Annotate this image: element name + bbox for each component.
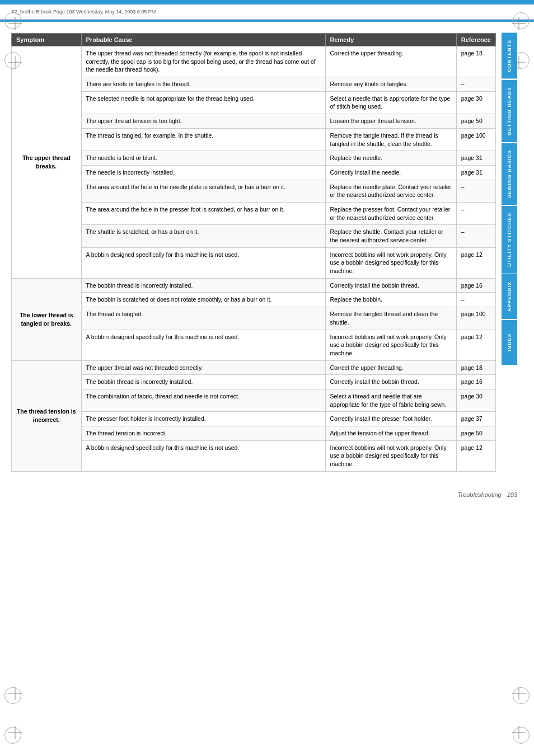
cause-cell: The thread is tangled. <box>81 307 325 330</box>
table-row: The area around the hole in the needle p… <box>12 180 496 202</box>
table-row: The thread tension is incorrect.Adjust t… <box>12 426 496 441</box>
cause-cell: The area around the hole in the needle p… <box>81 180 325 202</box>
cause-cell: A bobbin designed specifically for this … <box>81 440 325 471</box>
top-blue-bar <box>0 0 534 4</box>
troubleshooting-table: Symptom Probable Cause Remedy Reference … <box>11 33 496 472</box>
cause-cell: The upper thread was not threaded correc… <box>81 360 325 375</box>
inner-corner-crosshair-br <box>512 687 526 700</box>
col-symptom: Symptom <box>12 34 82 46</box>
remedy-cell: Replace the needle plate. Contact your r… <box>325 180 456 202</box>
footer-area: Troubleshooting 103 <box>0 483 534 506</box>
cause-cell: The thread tension is incorrect. <box>81 426 325 441</box>
inner-corner-crosshair-bl <box>8 687 22 700</box>
header-area: S2_brotherE.book Page 103 Wednesday, May… <box>0 4 534 20</box>
cause-cell: The bobbin thread is incorrectly install… <box>81 278 325 293</box>
reference-cell: page 100 <box>456 128 495 151</box>
remedy-cell: Replace the bobbin. <box>325 293 456 307</box>
table-row: The upper thread tension is too tight.Lo… <box>12 114 496 129</box>
corner-crosshair-bl <box>8 726 22 739</box>
footer-text: Troubleshooting <box>458 491 502 498</box>
table-row: The presser foot holder is incorrectly i… <box>12 412 496 426</box>
remedy-cell: Replace the presser foot. Contact your r… <box>325 202 456 224</box>
remedy-cell: Correctly install the bobbin thread. <box>325 375 456 389</box>
file-info: S2_brotherE.book Page 103 Wednesday, May… <box>11 9 156 15</box>
cause-cell: There are knots or tangles in the thread… <box>81 77 325 92</box>
remedy-cell: Adjust the tension of the upper thread. <box>325 426 456 441</box>
table-row: The thread tension is incorrect.The uppe… <box>12 360 496 375</box>
remedy-cell: Replace the needle. <box>325 151 456 166</box>
table-row: There are knots or tangles in the thread… <box>12 77 496 92</box>
table-row: The shuttle is scratched, or has a burr … <box>12 225 496 247</box>
reference-cell: page 16 <box>456 278 495 293</box>
main-content: Symptom Probable Cause Remedy Reference … <box>0 22 534 483</box>
table-row: The upper thread breaks.The upper thread… <box>12 46 496 77</box>
table-row: A bobbin designed specifically for this … <box>12 247 496 278</box>
reference-cell: – <box>456 77 495 92</box>
corner-crosshair-br <box>512 726 526 739</box>
corner-circle-br <box>513 727 530 744</box>
corner-circle-bl <box>4 727 21 744</box>
cause-cell: The selected needle is not appropriate f… <box>81 91 325 114</box>
reference-cell: page 18 <box>456 360 495 375</box>
table-row: The bobbin thread is incorrectly install… <box>12 375 496 389</box>
cause-cell: The upper thread was not threaded correc… <box>81 46 325 77</box>
table-row: The needle is bent or blunt.Replace the … <box>12 151 496 166</box>
reference-cell: page 31 <box>456 151 495 166</box>
reference-cell: page 50 <box>456 426 495 441</box>
cause-cell: The combination of fabric, thread and ne… <box>81 389 325 411</box>
table-row: A bobbin designed specifically for this … <box>12 440 496 471</box>
footer-page-number: 103 <box>507 491 517 498</box>
remedy-cell: Replace the shuttle. Contact your retail… <box>325 225 456 247</box>
sidebar-tab-contents[interactable]: CONTENTS <box>502 33 517 79</box>
remedy-cell: Incorrect bobbins will not work properly… <box>325 247 456 278</box>
reference-cell: – <box>456 202 495 224</box>
page-container: S2_brotherE.book Page 103 Wednesday, May… <box>0 0 534 756</box>
cause-cell: The needle is incorrectly installed. <box>81 165 325 180</box>
reference-cell: page 50 <box>456 114 495 129</box>
table-row: The bobbin is scratched or does not rota… <box>12 293 496 307</box>
inner-corner-circle-br <box>513 687 530 704</box>
reference-cell: page 30 <box>456 389 495 411</box>
col-cause: Probable Cause <box>81 34 325 46</box>
symptom-cell: The thread tension is incorrect. <box>12 360 82 471</box>
table-row: A bobbin designed specifically for this … <box>12 330 496 360</box>
cause-cell: The bobbin is scratched or does not rota… <box>81 293 325 307</box>
remedy-cell: Correctly install the needle. <box>325 165 456 180</box>
col-remedy: Remedy <box>325 34 456 46</box>
remedy-cell: Incorrect bobbins will not work properly… <box>325 330 456 360</box>
symptom-cell: The upper thread breaks. <box>12 46 82 279</box>
symptom-cell: The lower thread is tangled or breaks. <box>12 278 82 360</box>
remedy-cell: Remove the tangle thread. If the thread … <box>325 128 456 151</box>
table-row: The combination of fabric, thread and ne… <box>12 389 496 411</box>
remedy-cell: Remove the tangled thread and clean the … <box>325 307 456 330</box>
sidebar-tab-appendix[interactable]: APPENDIX <box>502 274 517 319</box>
table-row: The selected needle is not appropriate f… <box>12 91 496 114</box>
table-row: The thread is tangled.Remove the tangled… <box>12 307 496 330</box>
sidebar-tab-index[interactable]: INDEX <box>502 320 517 365</box>
reference-cell: page 12 <box>456 330 495 360</box>
reference-cell: page 37 <box>456 412 495 426</box>
remedy-cell: Remove any knots or tangles. <box>325 77 456 92</box>
cause-cell: The area around the hole in the presser … <box>81 202 325 224</box>
cause-cell: A bobbin designed specifically for this … <box>81 247 325 278</box>
remedy-cell: Select a needle that is appropriate for … <box>325 91 456 114</box>
cause-cell: The needle is bent or blunt. <box>81 151 325 166</box>
reference-cell: page 12 <box>456 247 495 278</box>
cause-cell: The bobbin thread is incorrectly install… <box>81 375 325 389</box>
reference-cell: page 100 <box>456 307 495 330</box>
sidebar-tab-sewing-basics[interactable]: SEWING BASICS <box>502 143 517 205</box>
reference-cell: page 31 <box>456 165 495 180</box>
reference-cell: – <box>456 225 495 247</box>
table-row: The area around the hole in the presser … <box>12 202 496 224</box>
right-sidebar: CONTENTS GETTING READY SEWING BASICS UTI… <box>502 33 517 472</box>
table-row: The lower thread is tangled or breaks.Th… <box>12 278 496 293</box>
remedy-cell: Select a thread and needle that are appr… <box>325 389 456 411</box>
cause-cell: The thread is tangled, for example, in t… <box>81 128 325 151</box>
sidebar-tab-getting-ready[interactable]: GETTING READY <box>502 80 517 142</box>
sidebar-tab-utility-stitches[interactable]: UTILITY STITCHES <box>502 206 517 274</box>
remedy-cell: Correctly install the presser foot holde… <box>325 412 456 426</box>
remedy-cell: Correct the upper threading. <box>325 46 456 77</box>
table-row: The thread is tangled, for example, in t… <box>12 128 496 151</box>
reference-cell: page 16 <box>456 375 495 389</box>
remedy-cell: Correct the upper threading. <box>325 360 456 375</box>
